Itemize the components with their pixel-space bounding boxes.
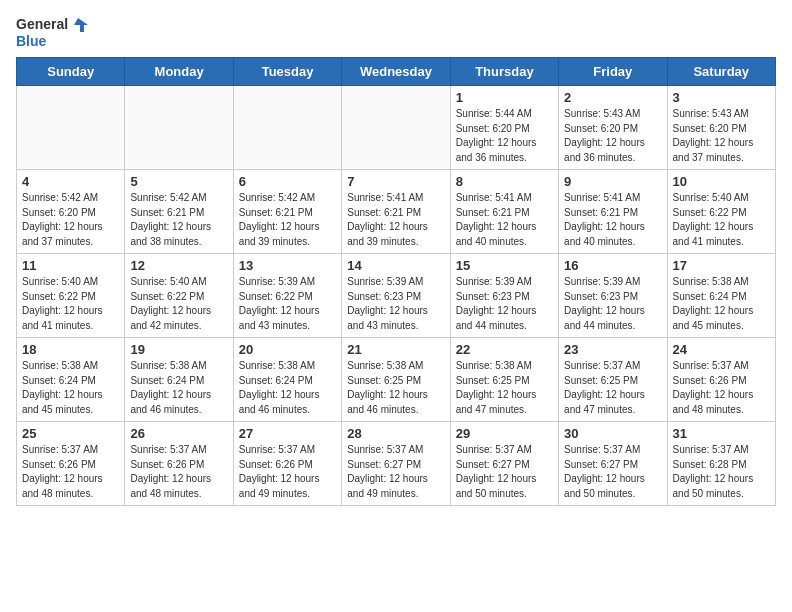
day-header-friday: Friday — [559, 58, 667, 86]
day-cell: 15Sunrise: 5:39 AM Sunset: 6:23 PM Dayli… — [450, 254, 558, 338]
day-cell: 23Sunrise: 5:37 AM Sunset: 6:25 PM Dayli… — [559, 338, 667, 422]
day-number: 28 — [347, 426, 444, 441]
day-cell: 17Sunrise: 5:38 AM Sunset: 6:24 PM Dayli… — [667, 254, 775, 338]
day-info: Sunrise: 5:40 AM Sunset: 6:22 PM Dayligh… — [130, 275, 227, 333]
day-cell — [125, 86, 233, 170]
day-info: Sunrise: 5:40 AM Sunset: 6:22 PM Dayligh… — [673, 191, 770, 249]
day-number: 8 — [456, 174, 553, 189]
day-cell: 12Sunrise: 5:40 AM Sunset: 6:22 PM Dayli… — [125, 254, 233, 338]
day-header-thursday: Thursday — [450, 58, 558, 86]
logo-blue-text: Blue — [16, 34, 88, 49]
week-row-5: 25Sunrise: 5:37 AM Sunset: 6:26 PM Dayli… — [17, 422, 776, 506]
day-number: 1 — [456, 90, 553, 105]
day-number: 10 — [673, 174, 770, 189]
day-info: Sunrise: 5:42 AM Sunset: 6:21 PM Dayligh… — [239, 191, 336, 249]
day-info: Sunrise: 5:40 AM Sunset: 6:22 PM Dayligh… — [22, 275, 119, 333]
day-number: 22 — [456, 342, 553, 357]
day-number: 29 — [456, 426, 553, 441]
day-cell: 2Sunrise: 5:43 AM Sunset: 6:20 PM Daylig… — [559, 86, 667, 170]
day-cell: 30Sunrise: 5:37 AM Sunset: 6:27 PM Dayli… — [559, 422, 667, 506]
day-cell: 6Sunrise: 5:42 AM Sunset: 6:21 PM Daylig… — [233, 170, 341, 254]
day-cell: 24Sunrise: 5:37 AM Sunset: 6:26 PM Dayli… — [667, 338, 775, 422]
day-info: Sunrise: 5:38 AM Sunset: 6:24 PM Dayligh… — [130, 359, 227, 417]
day-info: Sunrise: 5:37 AM Sunset: 6:27 PM Dayligh… — [564, 443, 661, 501]
svg-marker-0 — [74, 18, 88, 32]
day-info: Sunrise: 5:39 AM Sunset: 6:23 PM Dayligh… — [564, 275, 661, 333]
day-cell — [342, 86, 450, 170]
day-cell: 16Sunrise: 5:39 AM Sunset: 6:23 PM Dayli… — [559, 254, 667, 338]
logo-general-text: General — [16, 17, 68, 32]
day-info: Sunrise: 5:38 AM Sunset: 6:25 PM Dayligh… — [347, 359, 444, 417]
day-number: 26 — [130, 426, 227, 441]
day-cell: 13Sunrise: 5:39 AM Sunset: 6:22 PM Dayli… — [233, 254, 341, 338]
day-info: Sunrise: 5:41 AM Sunset: 6:21 PM Dayligh… — [564, 191, 661, 249]
day-number: 17 — [673, 258, 770, 273]
week-row-3: 11Sunrise: 5:40 AM Sunset: 6:22 PM Dayli… — [17, 254, 776, 338]
day-cell: 31Sunrise: 5:37 AM Sunset: 6:28 PM Dayli… — [667, 422, 775, 506]
day-info: Sunrise: 5:41 AM Sunset: 6:21 PM Dayligh… — [456, 191, 553, 249]
day-info: Sunrise: 5:43 AM Sunset: 6:20 PM Dayligh… — [673, 107, 770, 165]
day-number: 24 — [673, 342, 770, 357]
logo-container: General Blue — [16, 16, 88, 49]
day-number: 18 — [22, 342, 119, 357]
day-cell: 14Sunrise: 5:39 AM Sunset: 6:23 PM Dayli… — [342, 254, 450, 338]
day-number: 13 — [239, 258, 336, 273]
logo-general-row: General — [16, 16, 88, 34]
day-info: Sunrise: 5:41 AM Sunset: 6:21 PM Dayligh… — [347, 191, 444, 249]
day-cell: 20Sunrise: 5:38 AM Sunset: 6:24 PM Dayli… — [233, 338, 341, 422]
day-header-monday: Monday — [125, 58, 233, 86]
day-number: 7 — [347, 174, 444, 189]
day-header-saturday: Saturday — [667, 58, 775, 86]
day-info: Sunrise: 5:39 AM Sunset: 6:23 PM Dayligh… — [456, 275, 553, 333]
day-info: Sunrise: 5:39 AM Sunset: 6:23 PM Dayligh… — [347, 275, 444, 333]
day-header-tuesday: Tuesday — [233, 58, 341, 86]
day-number: 16 — [564, 258, 661, 273]
calendar: SundayMondayTuesdayWednesdayThursdayFrid… — [16, 57, 776, 506]
day-number: 4 — [22, 174, 119, 189]
day-number: 11 — [22, 258, 119, 273]
day-number: 21 — [347, 342, 444, 357]
day-cell — [233, 86, 341, 170]
day-info: Sunrise: 5:37 AM Sunset: 6:26 PM Dayligh… — [130, 443, 227, 501]
day-cell: 3Sunrise: 5:43 AM Sunset: 6:20 PM Daylig… — [667, 86, 775, 170]
day-info: Sunrise: 5:44 AM Sunset: 6:20 PM Dayligh… — [456, 107, 553, 165]
day-cell: 25Sunrise: 5:37 AM Sunset: 6:26 PM Dayli… — [17, 422, 125, 506]
day-info: Sunrise: 5:38 AM Sunset: 6:25 PM Dayligh… — [456, 359, 553, 417]
day-cell: 10Sunrise: 5:40 AM Sunset: 6:22 PM Dayli… — [667, 170, 775, 254]
day-cell: 19Sunrise: 5:38 AM Sunset: 6:24 PM Dayli… — [125, 338, 233, 422]
day-cell: 9Sunrise: 5:41 AM Sunset: 6:21 PM Daylig… — [559, 170, 667, 254]
day-header-wednesday: Wednesday — [342, 58, 450, 86]
day-info: Sunrise: 5:39 AM Sunset: 6:22 PM Dayligh… — [239, 275, 336, 333]
day-info: Sunrise: 5:37 AM Sunset: 6:25 PM Dayligh… — [564, 359, 661, 417]
day-cell — [17, 86, 125, 170]
logo: General Blue — [16, 16, 88, 49]
days-header-row: SundayMondayTuesdayWednesdayThursdayFrid… — [17, 58, 776, 86]
day-info: Sunrise: 5:43 AM Sunset: 6:20 PM Dayligh… — [564, 107, 661, 165]
day-cell: 11Sunrise: 5:40 AM Sunset: 6:22 PM Dayli… — [17, 254, 125, 338]
day-number: 25 — [22, 426, 119, 441]
day-number: 19 — [130, 342, 227, 357]
day-cell: 26Sunrise: 5:37 AM Sunset: 6:26 PM Dayli… — [125, 422, 233, 506]
day-info: Sunrise: 5:38 AM Sunset: 6:24 PM Dayligh… — [22, 359, 119, 417]
day-cell: 21Sunrise: 5:38 AM Sunset: 6:25 PM Dayli… — [342, 338, 450, 422]
header: General Blue — [16, 16, 776, 49]
day-number: 30 — [564, 426, 661, 441]
day-info: Sunrise: 5:38 AM Sunset: 6:24 PM Dayligh… — [673, 275, 770, 333]
day-cell: 1Sunrise: 5:44 AM Sunset: 6:20 PM Daylig… — [450, 86, 558, 170]
day-cell: 22Sunrise: 5:38 AM Sunset: 6:25 PM Dayli… — [450, 338, 558, 422]
day-number: 6 — [239, 174, 336, 189]
day-info: Sunrise: 5:37 AM Sunset: 6:27 PM Dayligh… — [456, 443, 553, 501]
day-cell: 28Sunrise: 5:37 AM Sunset: 6:27 PM Dayli… — [342, 422, 450, 506]
day-cell: 27Sunrise: 5:37 AM Sunset: 6:26 PM Dayli… — [233, 422, 341, 506]
day-number: 12 — [130, 258, 227, 273]
day-info: Sunrise: 5:42 AM Sunset: 6:21 PM Dayligh… — [130, 191, 227, 249]
day-number: 5 — [130, 174, 227, 189]
calendar-body: 1Sunrise: 5:44 AM Sunset: 6:20 PM Daylig… — [17, 86, 776, 506]
day-number: 3 — [673, 90, 770, 105]
week-row-4: 18Sunrise: 5:38 AM Sunset: 6:24 PM Dayli… — [17, 338, 776, 422]
day-number: 9 — [564, 174, 661, 189]
day-info: Sunrise: 5:37 AM Sunset: 6:27 PM Dayligh… — [347, 443, 444, 501]
logo-arrow-icon — [70, 16, 88, 34]
day-cell: 18Sunrise: 5:38 AM Sunset: 6:24 PM Dayli… — [17, 338, 125, 422]
day-info: Sunrise: 5:37 AM Sunset: 6:26 PM Dayligh… — [673, 359, 770, 417]
